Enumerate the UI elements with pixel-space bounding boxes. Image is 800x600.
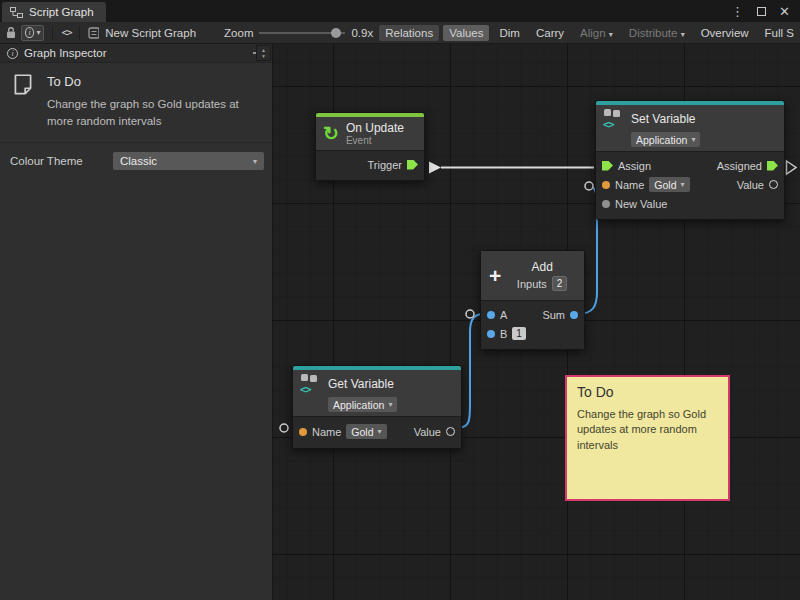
node-header[interactable]: + Add Inputs 2 xyxy=(481,251,584,300)
inspector-todo-title: To Do xyxy=(47,74,259,89)
code-icon[interactable]: <> xyxy=(61,27,71,38)
zoom-slider-knob[interactable] xyxy=(331,28,341,38)
variable-name-dropdown[interactable]: Gold ▾ xyxy=(649,177,689,192)
graph-toolbar: i ▾ <> New Script Graph Zoom 0.9x Relati… xyxy=(0,22,800,44)
node-title: Add xyxy=(531,260,552,274)
inspector-toggle-button[interactable]: i ▾ xyxy=(21,25,44,41)
toolbar-divider xyxy=(79,26,80,40)
colour-theme-dropdown[interactable]: Classic ▾ xyxy=(113,152,264,170)
window-tab-bar: Script Graph ⋮ ✕ xyxy=(0,0,800,22)
info-icon: i xyxy=(25,27,34,38)
node-body: Name Gold ▾ Value xyxy=(293,416,461,448)
graph-asset-icon xyxy=(88,27,99,39)
zoom-value: 0.9x xyxy=(351,27,373,39)
inspector-todo-texts: To Do Change the graph so Gold updates a… xyxy=(47,72,259,129)
node-body: Assign Assigned Name Gold ▾ Value xyxy=(596,151,784,219)
variable-icon: <> xyxy=(300,374,321,393)
colour-theme-row: Colour Theme Classic ▾ xyxy=(0,143,272,178)
info-icon: i xyxy=(7,48,18,59)
carry-button[interactable]: Carry xyxy=(530,25,570,41)
trigger-port-label: Trigger xyxy=(368,159,402,171)
assigned-output-port[interactable] xyxy=(767,161,778,171)
value-port-label: Value xyxy=(737,179,764,191)
graph-name-label[interactable]: New Script Graph xyxy=(105,27,196,39)
a-input-port[interactable] xyxy=(487,311,495,319)
node-title: On Update xyxy=(346,121,404,135)
b-input-port[interactable] xyxy=(487,330,495,338)
graph-canvas[interactable]: ↻ On Update Event Trigger xyxy=(273,44,800,600)
values-button[interactable]: Values xyxy=(443,25,489,41)
port-ring[interactable] xyxy=(466,310,474,318)
trigger-output-port[interactable] xyxy=(407,160,418,170)
chevron-down-icon: ▾ xyxy=(609,30,613,39)
inspector-todo-body: Change the graph so Gold updates at more… xyxy=(47,96,259,129)
b-value-field[interactable]: 1 xyxy=(512,327,526,340)
sticky-note[interactable]: To Do Change the graph so Gold updates a… xyxy=(565,375,730,501)
node-set-variable[interactable]: <> Set Variable Application ▾ Assign Ass… xyxy=(595,100,785,220)
maximize-icon[interactable] xyxy=(757,7,766,16)
graph-inspector-header: i Graph Inspector xyxy=(0,44,272,63)
variable-scope-dropdown[interactable]: Application ▾ xyxy=(631,132,700,147)
node-title: Set Variable xyxy=(631,112,695,126)
node-add[interactable]: + Add Inputs 2 A Sum xyxy=(480,250,585,350)
name-port-label: Name xyxy=(312,426,341,438)
chevron-down-icon: ▾ xyxy=(388,400,392,409)
sum-output-port[interactable] xyxy=(570,311,578,319)
a-port-label: A xyxy=(500,309,507,321)
tab-script-graph[interactable]: Script Graph xyxy=(2,2,106,22)
sticky-note-body: Change the graph so Gold updates at more… xyxy=(577,407,718,453)
window-controls: ⋮ ✕ xyxy=(731,0,800,22)
script-graph-icon xyxy=(10,7,23,18)
node-header[interactable]: ↻ On Update Event xyxy=(316,117,424,150)
variable-icon: <> xyxy=(603,109,624,128)
name-port-label: Name xyxy=(615,179,644,191)
variable-name-dropdown[interactable]: Gold ▾ xyxy=(346,424,386,439)
node-subtitle: Inputs xyxy=(517,278,547,290)
graph-inspector-panel: i Graph Inspector To Do Change the graph… xyxy=(0,44,273,600)
relations-button[interactable]: Relations xyxy=(379,25,439,41)
node-on-update[interactable]: ↻ On Update Event Trigger xyxy=(315,112,425,181)
event-loop-icon: ↻ xyxy=(323,124,339,143)
chevron-down-icon: ▾ xyxy=(378,427,382,436)
node-body: A Sum B 1 xyxy=(481,300,584,349)
add-icon: + xyxy=(489,266,501,286)
flow-wire-arrowhead xyxy=(429,162,441,174)
panel-stepper[interactable]: ▲ ▼ xyxy=(256,45,271,61)
node-subtitle: Event xyxy=(346,135,404,146)
inspector-todo-section: To Do Change the graph so Gold updates a… xyxy=(0,63,272,143)
node-header[interactable]: <> Set Variable Application ▾ xyxy=(596,105,784,151)
window-menu-icon[interactable]: ⋮ xyxy=(731,4,744,19)
chevron-down-icon: ▾ xyxy=(681,30,685,39)
port-ring[interactable] xyxy=(585,182,593,190)
value-port-label: Value xyxy=(414,426,441,438)
name-input-port[interactable] xyxy=(299,428,307,436)
lock-icon[interactable] xyxy=(6,26,15,39)
node-header[interactable]: <> Get Variable Application ▾ xyxy=(293,370,461,416)
overview-button[interactable]: Overview xyxy=(695,25,755,41)
align-button[interactable]: Align ▾ xyxy=(574,25,619,41)
zoom-slider[interactable] xyxy=(259,32,345,34)
fullscreen-button[interactable]: Full S xyxy=(759,25,800,41)
b-port-label: B xyxy=(500,328,507,340)
chevron-down-icon: ▾ xyxy=(681,180,685,189)
dim-button[interactable]: Dim xyxy=(493,25,525,41)
assign-input-port[interactable] xyxy=(602,161,613,171)
new-value-input-port[interactable] xyxy=(602,200,610,208)
flow-continuation-icon xyxy=(787,161,797,174)
new-value-port-label: New Value xyxy=(615,198,667,210)
graph-inspector-title: Graph Inspector xyxy=(24,47,106,59)
stepper-down-icon[interactable]: ▼ xyxy=(261,53,266,59)
toolbar-divider xyxy=(52,26,53,40)
inputs-count-field[interactable]: 2 xyxy=(552,276,568,291)
close-icon[interactable]: ✕ xyxy=(779,4,790,19)
port-ring[interactable] xyxy=(280,424,288,432)
node-get-variable[interactable]: <> Get Variable Application ▾ Name Gold xyxy=(292,365,462,449)
value-output-port[interactable] xyxy=(446,427,455,436)
sum-port-label: Sum xyxy=(542,309,565,321)
distribute-button[interactable]: Distribute ▾ xyxy=(623,25,691,41)
name-input-port[interactable] xyxy=(602,181,610,189)
note-icon xyxy=(10,72,36,98)
value-output-port[interactable] xyxy=(769,180,778,189)
variable-scope-dropdown[interactable]: Application ▾ xyxy=(328,397,397,412)
toolbar-button-group: Relations Values Dim Carry Align ▾ Distr… xyxy=(379,25,800,41)
